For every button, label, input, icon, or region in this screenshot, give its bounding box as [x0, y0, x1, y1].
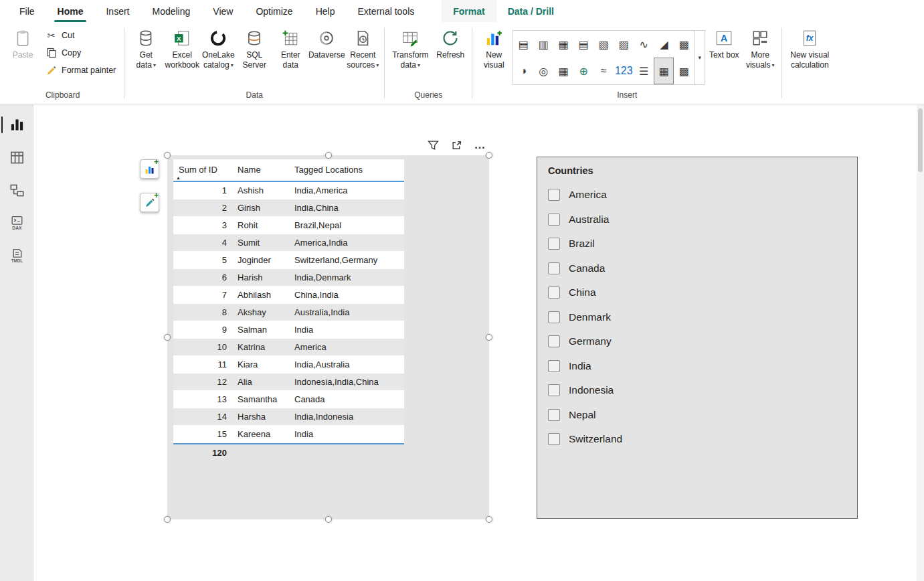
more-options-icon[interactable]: …	[472, 138, 487, 153]
scrollbar-thumb[interactable]	[918, 108, 923, 172]
table-row[interactable]: 5 Joginder Switzerland,Germany	[173, 252, 404, 269]
table-row[interactable]: 11 Kiara India,Australia	[173, 356, 404, 374]
table-row[interactable]: 1 Ashish India,America	[173, 182, 404, 199]
pie-chart[interactable]: ◑	[513, 58, 533, 84]
table-view-button[interactable]	[0, 141, 33, 174]
slicer-item[interactable]: Germany	[548, 329, 857, 354]
100-stacked-column-chart[interactable]: ▨	[614, 31, 634, 58]
resize-handle[interactable]	[164, 516, 171, 523]
dataverse-button[interactable]: Dataverse	[309, 25, 344, 60]
transform-data-button[interactable]: Transform data▾	[389, 25, 432, 70]
shape-map[interactable]: ≈	[593, 58, 614, 84]
menu-tab-home[interactable]: Home	[46, 0, 95, 22]
filter-icon[interactable]	[426, 138, 440, 153]
vertical-scrollbar[interactable]	[917, 104, 924, 581]
copy-button[interactable]: Copy	[41, 45, 120, 60]
checkbox[interactable]	[548, 311, 560, 323]
tmdl-view-button[interactable]: TMDL	[0, 240, 33, 272]
checkbox[interactable]	[548, 214, 560, 226]
slicer-item[interactable]: America	[548, 183, 857, 208]
table-row[interactable]: 14 Harsha India,Indonesia	[173, 408, 404, 426]
table-row[interactable]: 12 Alia Indonesia,India,China	[173, 374, 404, 391]
slicer-item[interactable]: China	[548, 280, 857, 305]
resize-handle[interactable]	[164, 152, 171, 159]
resize-handle[interactable]	[164, 334, 171, 341]
table-row[interactable]: 6 Harish India,Denmark	[173, 269, 404, 286]
slicer-item[interactable]: India	[548, 354, 857, 379]
checkbox[interactable]	[548, 335, 560, 347]
stacked-bar-chart[interactable]: ▤	[513, 31, 533, 58]
table-row[interactable]: 13 Samantha Canada	[173, 391, 404, 408]
dax-query-view-button[interactable]: DAX	[0, 207, 33, 240]
excel-workbook-button[interactable]: X Excel workbook	[165, 25, 199, 70]
slicer-item[interactable]: Brazil	[548, 232, 857, 256]
checkbox[interactable]	[548, 189, 560, 201]
checkbox[interactable]	[548, 286, 560, 299]
stacked-column-chart[interactable]: ▦	[553, 31, 573, 58]
checkbox[interactable]	[548, 238, 560, 250]
menu-tab-data-drill[interactable]: Data / Drill	[496, 0, 565, 22]
card[interactable]: 123	[614, 58, 634, 84]
refresh-button[interactable]: Refresh	[433, 25, 468, 60]
resize-handle[interactable]	[486, 152, 492, 159]
new-visual-button[interactable]: New visual	[476, 25, 511, 70]
table-row[interactable]: 8 Akshay Australia,India	[173, 304, 404, 321]
menu-tab-file[interactable]: File	[8, 0, 46, 22]
table-row[interactable]: 4 Sumit America,India	[173, 234, 404, 252]
column-header-sum-of-id[interactable]: Sum of ID ▲	[173, 159, 232, 181]
slicer-item[interactable]: Denmark	[548, 305, 857, 330]
table-row[interactable]: 10 Katrina America	[173, 339, 404, 356]
format-visual-button[interactable]: +	[140, 193, 159, 212]
paste-button[interactable]: Paste	[5, 25, 40, 60]
report-view-button[interactable]	[0, 108, 33, 141]
model-view-button[interactable]	[0, 174, 33, 207]
gallery-dropdown-icon[interactable]: ▾	[694, 31, 705, 84]
resize-handle[interactable]	[486, 516, 492, 523]
100-stacked-bar-chart[interactable]: ▧	[593, 31, 614, 58]
enter-data-button[interactable]: Enter data	[273, 25, 308, 70]
text-box-button[interactable]: A Text box	[707, 25, 741, 60]
menu-tab-external-tools[interactable]: External tools	[346, 0, 426, 22]
checkbox[interactable]	[548, 384, 560, 396]
treemap[interactable]: ▦	[553, 58, 573, 84]
donut-chart[interactable]: ◎	[533, 58, 553, 84]
slicer[interactable]: ☰	[634, 58, 654, 84]
column-header-tagged-locations[interactable]: Tagged Locations	[289, 159, 404, 181]
slicer-item[interactable]: Australia	[548, 208, 857, 232]
new-visual-calculation-button[interactable]: fx New visual calculation	[786, 25, 833, 70]
menu-tab-format[interactable]: Format	[442, 0, 496, 22]
matrix[interactable]: ▩	[674, 58, 694, 84]
slicer-item[interactable]: Canada	[548, 256, 857, 281]
table[interactable]: ▦	[654, 58, 674, 84]
add-to-visual-button[interactable]: +	[140, 159, 159, 179]
menu-tab-modeling[interactable]: Modeling	[141, 0, 201, 22]
ribbon-chart[interactable]: ▩	[674, 31, 694, 58]
format-painter-button[interactable]: Format painter	[41, 62, 120, 78]
slicer-visual[interactable]: Countries America Australia	[537, 157, 858, 519]
table-row[interactable]: 9 Salman India	[173, 321, 404, 339]
table-row[interactable]: 15 Kareena India	[173, 426, 404, 443]
slicer-item[interactable]: Nepal	[548, 403, 857, 428]
map[interactable]: ⊕	[573, 58, 593, 84]
menu-tab-help[interactable]: Help	[304, 0, 347, 22]
checkbox[interactable]	[548, 262, 560, 274]
cut-button[interactable]: ✂ Cut	[41, 27, 120, 43]
report-canvas[interactable]: … + +	[33, 104, 924, 581]
menu-tab-view[interactable]: View	[201, 0, 244, 22]
table-visual[interactable]: Sum of ID ▲ Name Tagged Locations 1 Ashi…	[167, 155, 489, 519]
sql-server-button[interactable]: SQL Server	[237, 25, 272, 70]
slicer-item[interactable]: Indonesia	[548, 378, 857, 403]
menu-tab-insert[interactable]: Insert	[94, 0, 141, 22]
line-chart[interactable]: ∿	[634, 31, 654, 58]
table-row[interactable]: 7 Abhilash China,India	[173, 286, 404, 304]
menu-tab-optimize[interactable]: Optimize	[244, 0, 304, 22]
clustered-column-chart[interactable]: ▥	[533, 31, 553, 58]
area-chart[interactable]: ◢	[654, 31, 674, 58]
slicer-item[interactable]: Switzerland	[548, 427, 857, 452]
focus-mode-icon[interactable]	[449, 138, 464, 153]
table-row[interactable]: 3 Rohit Brazil,Nepal	[173, 217, 404, 234]
checkbox[interactable]	[548, 409, 560, 421]
clustered-bar-chart[interactable]: ▤	[573, 31, 593, 58]
table-row[interactable]: 2 Girish India,China	[173, 199, 404, 217]
onelake-catalog-button[interactable]: OneLake catalog▾	[201, 25, 236, 70]
